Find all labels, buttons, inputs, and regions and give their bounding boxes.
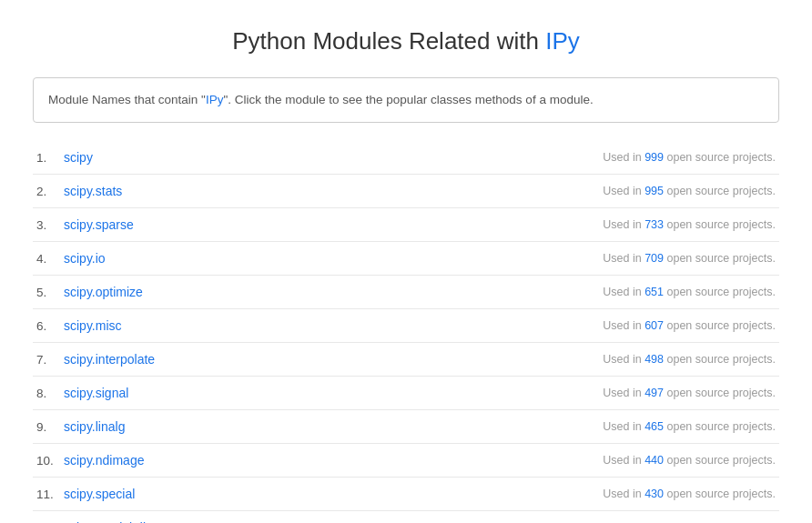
module-number: 3.	[36, 218, 64, 232]
module-link[interactable]: scipy.ndimage	[64, 453, 144, 468]
module-left: 9. scipy.linalg	[36, 419, 125, 434]
module-left: 2. scipy.stats	[36, 184, 122, 198]
module-usage: Used in 497 open source projects.	[603, 387, 776, 399]
module-usage: Used in 999 open source projects.	[603, 151, 776, 164]
usage-count: 498	[645, 353, 664, 366]
usage-count: 465	[645, 420, 664, 433]
module-link[interactable]: scipy.special	[64, 487, 135, 501]
module-number: 11.	[36, 488, 64, 501]
module-usage: Used in 733 open source projects.	[603, 218, 776, 231]
usage-count: 651	[645, 286, 664, 298]
usage-count: 607	[645, 319, 664, 332]
module-item: 7. scipy.interpolate Used in 498 open so…	[33, 343, 779, 377]
usage-count: 709	[645, 252, 664, 265]
usage-count: 995	[645, 185, 664, 197]
module-item: 5. scipy.optimize Used in 651 open sourc…	[33, 276, 779, 309]
usage-count: 440	[645, 454, 664, 467]
module-number: 1.	[36, 151, 64, 165]
page-title: Python Modules Related with IPy	[33, 27, 779, 55]
module-number: 10.	[36, 454, 64, 468]
module-left: 1. scipy	[36, 150, 93, 165]
module-item: 3. scipy.sparse Used in 733 open source …	[33, 208, 779, 242]
module-item: 11. scipy.special Used in 430 open sourc…	[33, 478, 779, 511]
module-left: 3. scipy.sparse	[36, 217, 134, 232]
module-link[interactable]: scipy.misc	[64, 318, 122, 333]
module-left: 5. scipy.optimize	[36, 285, 143, 299]
module-item: 1. scipy Used in 999 open source project…	[33, 141, 779, 175]
module-number: 4.	[36, 252, 64, 266]
module-item: 9. scipy.linalg Used in 465 open source …	[33, 410, 779, 444]
page-wrapper: Python Modules Related with IPy Module N…	[15, 0, 797, 523]
info-box: Module Names that contain "IPy". Click t…	[33, 77, 779, 123]
module-left: 4. scipy.io	[36, 251, 106, 266]
module-usage: Used in 498 open source projects.	[603, 353, 776, 366]
usage-count: 999	[645, 151, 664, 164]
module-link[interactable]: scipy.sparse	[64, 217, 134, 232]
module-item: 6. scipy.misc Used in 607 open source pr…	[33, 309, 779, 343]
module-left: 10. scipy.ndimage	[36, 453, 144, 468]
module-link[interactable]: scipy.optimize	[64, 285, 143, 299]
module-number: 9.	[36, 420, 64, 434]
usage-count: 733	[645, 218, 664, 231]
module-usage: Used in 651 open source projects.	[603, 286, 776, 298]
module-item: 8. scipy.signal Used in 497 open source …	[33, 377, 779, 410]
usage-count: 430	[645, 488, 664, 500]
module-number: 2.	[36, 185, 64, 198]
module-link[interactable]: scipy.signal	[64, 386, 128, 400]
module-list: 1. scipy Used in 999 open source project…	[33, 141, 779, 523]
module-number: 7.	[36, 353, 64, 367]
module-link[interactable]: scipy.io	[64, 251, 106, 266]
module-left: 8. scipy.signal	[36, 386, 128, 400]
module-usage: Used in 995 open source projects.	[603, 185, 776, 197]
module-link[interactable]: scipy	[64, 150, 93, 165]
module-item: 2. scipy.stats Used in 995 open source p…	[33, 175, 779, 208]
usage-count: 497	[645, 387, 664, 399]
module-link[interactable]: scipy.linalg	[64, 419, 125, 434]
module-number: 5.	[36, 286, 64, 299]
module-left: 11. scipy.special	[36, 487, 135, 501]
module-link[interactable]: scipy.stats	[64, 184, 122, 198]
module-item: 10. scipy.ndimage Used in 440 open sourc…	[33, 444, 779, 478]
module-usage: Used in 709 open source projects.	[603, 252, 776, 265]
ipy-link[interactable]: IPy	[206, 93, 224, 106]
module-usage: Used in 465 open source projects.	[603, 420, 776, 433]
module-usage: Used in 440 open source projects.	[603, 454, 776, 467]
module-number: 8.	[36, 387, 64, 400]
module-usage: Used in 607 open source projects.	[603, 319, 776, 332]
module-item: 12. scipy.spatial.distance Used in 421 o…	[33, 511, 779, 523]
module-left: 7. scipy.interpolate	[36, 352, 155, 367]
module-number: 6.	[36, 319, 64, 333]
module-link[interactable]: scipy.interpolate	[64, 352, 155, 367]
module-left: 6. scipy.misc	[36, 318, 122, 333]
module-usage: Used in 430 open source projects.	[603, 488, 776, 500]
module-item: 4. scipy.io Used in 709 open source proj…	[33, 242, 779, 276]
